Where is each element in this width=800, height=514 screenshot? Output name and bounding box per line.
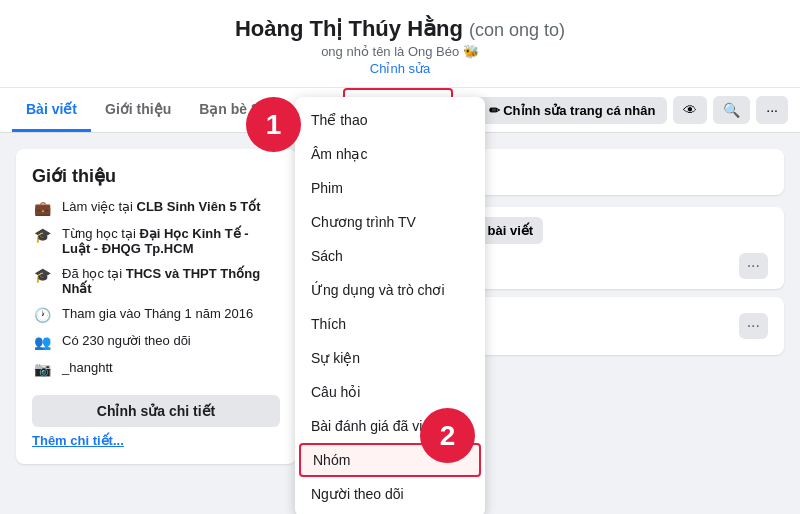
search-btn[interactable]: 🔍: [713, 96, 750, 124]
edit-profile-link[interactable]: Chỉnh sửa: [370, 61, 430, 76]
sidebar-followers-text: Có 230 người theo dõi: [62, 333, 191, 348]
study1-link[interactable]: Đại Học Kinh Tế - Luật - ĐHQG Tp.HCM: [62, 226, 249, 256]
sidebar-item-study2: 🎓 Đã học tại THCS và THPT Thống Nhất: [32, 266, 280, 296]
nav-actions: ✏ ✏ Chỉnh sửa trang cá nhân 👁 🔍 ···: [460, 96, 788, 124]
sub-text: ong nhỏ tên là Ong Béo 🐝: [321, 44, 479, 59]
dropdown-thich[interactable]: Thích: [295, 307, 485, 341]
tab-baivet[interactable]: Bài viết: [12, 89, 91, 132]
tab-gioithieu[interactable]: Giới thiệu: [91, 89, 185, 132]
dots-icon: ···: [747, 257, 760, 274]
dropdown-nguoitheodoi[interactable]: Người theo dõi: [295, 477, 485, 511]
more-detail-link[interactable]: Thêm chi tiết...: [32, 433, 280, 448]
dropdown-thethao[interactable]: Thể thao: [295, 103, 485, 137]
study1-icon: 🎓: [32, 227, 52, 243]
sidebar-joindate-text: Tham gia vào Tháng 1 năm 2016: [62, 306, 253, 321]
edit-profile-btn-label: ✏ Chỉnh sửa trang cá nhân: [489, 103, 656, 118]
sidebar: Giới thiệu 💼 Làm việc tại CLB Sinh Viên …: [16, 149, 296, 471]
dropdown-amnhac[interactable]: Âm nhạc: [295, 137, 485, 171]
eye-btn[interactable]: 👁: [673, 96, 707, 124]
dropdown-phim[interactable]: Phim: [295, 171, 485, 205]
dropdown-cauhoi[interactable]: Câu hỏi: [295, 375, 485, 409]
profile-name: Hoàng Thị Thúy Hằng (con ong to): [0, 16, 800, 42]
sidebar-title: Giới thiệu: [32, 165, 280, 187]
name-text: Hoàng Thị Thúy Hằng: [235, 16, 463, 41]
dropdown-sukien[interactable]: Sự kiện: [295, 341, 485, 375]
sidebar-study1-text: Từng học tại Đại Học Kinh Tế - Luật - ĐH…: [62, 226, 280, 256]
badge-number-1: 1: [246, 97, 301, 152]
study2-icon: 🎓: [32, 267, 52, 283]
sidebar-item-joindate: 🕐 Tham gia vào Tháng 1 năm 2016: [32, 306, 280, 323]
sidebar-item-study1: 🎓 Từng học tại Đại Học Kinh Tế - Luật - …: [32, 226, 280, 256]
edit-detail-button[interactable]: Chỉnh sửa chi tiết: [32, 395, 280, 427]
followers-icon: 👥: [32, 334, 52, 350]
more-icon: ···: [766, 102, 778, 118]
instagram-icon: 📷: [32, 361, 52, 377]
nickname-text: (con ong to): [469, 20, 565, 40]
sidebar-work-text: Làm việc tại CLB Sinh Viên 5 Tốt: [62, 199, 261, 214]
post-more-btn[interactable]: ···: [739, 313, 768, 339]
search-icon: 🔍: [723, 102, 740, 118]
sidebar-item-work: 💼 Làm việc tại CLB Sinh Viên 5 Tốt: [32, 199, 280, 216]
tab-gioithieu-label: Giới thiệu: [105, 101, 171, 117]
edit-profile-btn[interactable]: ✏ ✏ Chỉnh sửa trang cá nhân: [460, 97, 668, 124]
more-btn[interactable]: ···: [756, 96, 788, 124]
badge-number-2: 2: [420, 408, 475, 463]
study2-link[interactable]: THCS và THPT Thống Nhất: [62, 266, 260, 296]
work-icon: 💼: [32, 200, 52, 216]
sidebar-instagram-text: _hanghtt: [62, 360, 113, 375]
work-link[interactable]: CLB Sinh Viên 5 Tốt: [137, 199, 261, 214]
dropdown-sach[interactable]: Sách: [295, 239, 485, 273]
sidebar-item-followers: 👥 Có 230 người theo dõi: [32, 333, 280, 350]
tab-baivet-label: Bài viết: [26, 101, 77, 117]
dropdown-ungdung[interactable]: Ứng dụng và trò chơi: [295, 273, 485, 307]
profile-sub: ong nhỏ tên là Ong Béo 🐝: [0, 44, 800, 59]
eye-icon: 👁: [683, 102, 697, 118]
post-dots-icon: ···: [747, 317, 760, 334]
sidebar-study2-text: Đã học tại THCS và THPT Thống Nhất: [62, 266, 280, 296]
sidebar-card: Giới thiệu 💼 Làm việc tại CLB Sinh Viên …: [16, 149, 296, 464]
right-more-btn[interactable]: ···: [739, 253, 768, 279]
clock-icon: 🕐: [32, 307, 52, 323]
dropdown-chuongtrinh[interactable]: Chương trình TV: [295, 205, 485, 239]
sidebar-item-instagram: 📷 _hanghtt: [32, 360, 280, 377]
